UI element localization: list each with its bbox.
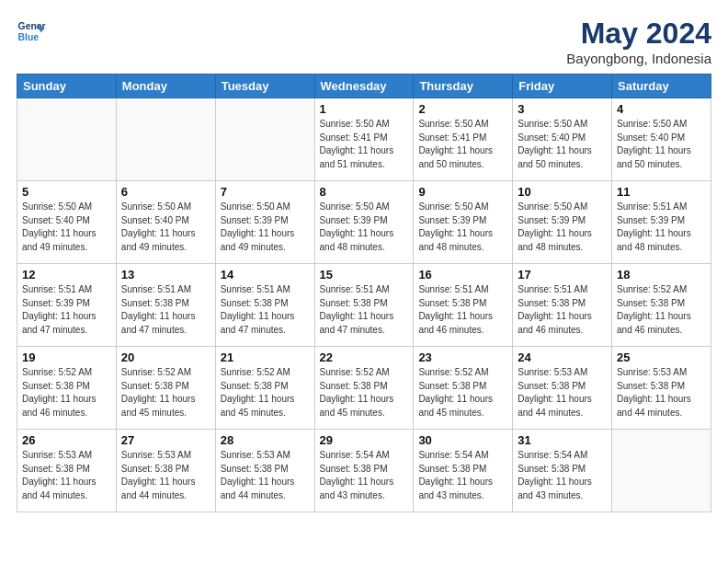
day-cell: 11Sunrise: 5:51 AM Sunset: 5:39 PM Dayli… <box>612 181 711 264</box>
day-cell: 15Sunrise: 5:51 AM Sunset: 5:38 PM Dayli… <box>314 264 414 347</box>
day-cell: 9Sunrise: 5:50 AM Sunset: 5:39 PM Daylig… <box>414 181 513 264</box>
day-info: Sunrise: 5:50 AM Sunset: 5:40 PM Dayligh… <box>22 201 111 254</box>
day-info: Sunrise: 5:50 AM Sunset: 5:41 PM Dayligh… <box>418 118 507 171</box>
day-info: Sunrise: 5:51 AM Sunset: 5:39 PM Dayligh… <box>617 201 706 254</box>
day-info: Sunrise: 5:53 AM Sunset: 5:38 PM Dayligh… <box>617 366 706 419</box>
col-thursday: Thursday <box>414 75 513 98</box>
day-info: Sunrise: 5:54 AM Sunset: 5:38 PM Dayligh… <box>418 449 507 502</box>
day-cell: 30Sunrise: 5:54 AM Sunset: 5:38 PM Dayli… <box>414 430 513 512</box>
week-row-3: 12Sunrise: 5:51 AM Sunset: 5:39 PM Dayli… <box>17 264 711 347</box>
day-info: Sunrise: 5:51 AM Sunset: 5:38 PM Dayligh… <box>518 283 607 337</box>
day-info: Sunrise: 5:50 AM Sunset: 5:39 PM Dayligh… <box>221 201 310 254</box>
day-cell: 3Sunrise: 5:50 AM Sunset: 5:40 PM Daylig… <box>513 98 612 181</box>
logo: General Blue <box>17 17 46 46</box>
page: General Blue May 2024 Bayongbong, Indone… <box>0 0 728 529</box>
day-number: 23 <box>418 350 507 364</box>
day-number: 22 <box>320 350 409 364</box>
day-cell: 7Sunrise: 5:50 AM Sunset: 5:39 PM Daylig… <box>215 181 314 264</box>
day-number: 29 <box>320 433 409 447</box>
day-number: 13 <box>121 268 210 282</box>
day-cell: 13Sunrise: 5:51 AM Sunset: 5:38 PM Dayli… <box>116 264 215 347</box>
day-info: Sunrise: 5:54 AM Sunset: 5:38 PM Dayligh… <box>320 449 409 502</box>
day-number: 10 <box>518 185 607 199</box>
calendar-header-row: Sunday Monday Tuesday Wednesday Thursday… <box>17 75 711 98</box>
week-row-1: 1Sunrise: 5:50 AM Sunset: 5:41 PM Daylig… <box>17 98 711 181</box>
day-info: Sunrise: 5:51 AM Sunset: 5:39 PM Dayligh… <box>22 283 111 337</box>
day-info: Sunrise: 5:51 AM Sunset: 5:38 PM Dayligh… <box>121 283 210 337</box>
day-info: Sunrise: 5:52 AM Sunset: 5:38 PM Dayligh… <box>617 283 706 337</box>
svg-text:Blue: Blue <box>18 32 40 42</box>
day-number: 7 <box>221 185 310 199</box>
day-number: 16 <box>418 268 507 282</box>
day-cell: 1Sunrise: 5:50 AM Sunset: 5:41 PM Daylig… <box>314 98 414 181</box>
day-info: Sunrise: 5:52 AM Sunset: 5:38 PM Dayligh… <box>221 366 310 419</box>
day-number: 15 <box>320 268 409 282</box>
day-number: 21 <box>221 350 310 364</box>
day-number: 12 <box>22 268 111 282</box>
day-number: 1 <box>320 102 409 116</box>
day-info: Sunrise: 5:50 AM Sunset: 5:40 PM Dayligh… <box>617 118 706 171</box>
day-cell: 22Sunrise: 5:52 AM Sunset: 5:38 PM Dayli… <box>314 347 414 430</box>
day-cell: 28Sunrise: 5:53 AM Sunset: 5:38 PM Dayli… <box>215 430 314 512</box>
day-cell <box>215 98 314 181</box>
day-info: Sunrise: 5:52 AM Sunset: 5:38 PM Dayligh… <box>121 366 210 419</box>
day-number: 4 <box>617 102 706 116</box>
day-info: Sunrise: 5:52 AM Sunset: 5:38 PM Dayligh… <box>418 366 507 419</box>
day-number: 31 <box>518 433 607 447</box>
day-cell: 17Sunrise: 5:51 AM Sunset: 5:38 PM Dayli… <box>513 264 612 347</box>
day-info: Sunrise: 5:53 AM Sunset: 5:38 PM Dayligh… <box>22 449 111 502</box>
day-number: 19 <box>22 350 111 364</box>
day-info: Sunrise: 5:50 AM Sunset: 5:40 PM Dayligh… <box>121 201 210 254</box>
day-cell: 5Sunrise: 5:50 AM Sunset: 5:40 PM Daylig… <box>17 181 117 264</box>
day-info: Sunrise: 5:53 AM Sunset: 5:38 PM Dayligh… <box>121 449 210 502</box>
day-cell: 24Sunrise: 5:53 AM Sunset: 5:38 PM Dayli… <box>513 347 612 430</box>
col-wednesday: Wednesday <box>314 75 414 98</box>
day-number: 30 <box>418 433 507 447</box>
day-number: 8 <box>320 185 409 199</box>
day-info: Sunrise: 5:52 AM Sunset: 5:38 PM Dayligh… <box>320 366 409 419</box>
day-info: Sunrise: 5:54 AM Sunset: 5:38 PM Dayligh… <box>518 449 607 502</box>
month-title: May 2024 <box>566 17 711 51</box>
title-block: May 2024 Bayongbong, Indonesia <box>566 17 711 66</box>
week-row-5: 26Sunrise: 5:53 AM Sunset: 5:38 PM Dayli… <box>17 430 711 512</box>
day-info: Sunrise: 5:51 AM Sunset: 5:38 PM Dayligh… <box>221 283 310 337</box>
day-cell: 25Sunrise: 5:53 AM Sunset: 5:38 PM Dayli… <box>612 347 711 430</box>
col-saturday: Saturday <box>612 75 711 98</box>
day-number: 2 <box>418 102 507 116</box>
day-number: 27 <box>121 433 210 447</box>
day-info: Sunrise: 5:53 AM Sunset: 5:38 PM Dayligh… <box>518 366 607 419</box>
day-cell: 21Sunrise: 5:52 AM Sunset: 5:38 PM Dayli… <box>215 347 314 430</box>
calendar: Sunday Monday Tuesday Wednesday Thursday… <box>17 74 711 512</box>
day-cell: 4Sunrise: 5:50 AM Sunset: 5:40 PM Daylig… <box>612 98 711 181</box>
day-cell: 26Sunrise: 5:53 AM Sunset: 5:38 PM Dayli… <box>17 430 117 512</box>
logo-icon: General Blue <box>17 17 46 46</box>
day-number: 25 <box>617 350 706 364</box>
day-info: Sunrise: 5:50 AM Sunset: 5:39 PM Dayligh… <box>418 201 507 254</box>
day-cell: 12Sunrise: 5:51 AM Sunset: 5:39 PM Dayli… <box>17 264 117 347</box>
day-cell: 16Sunrise: 5:51 AM Sunset: 5:38 PM Dayli… <box>414 264 513 347</box>
day-cell <box>116 98 215 181</box>
day-cell: 2Sunrise: 5:50 AM Sunset: 5:41 PM Daylig… <box>414 98 513 181</box>
day-info: Sunrise: 5:50 AM Sunset: 5:41 PM Dayligh… <box>320 118 409 171</box>
day-cell: 8Sunrise: 5:50 AM Sunset: 5:39 PM Daylig… <box>314 181 414 264</box>
col-friday: Friday <box>513 75 612 98</box>
day-number: 24 <box>518 350 607 364</box>
day-number: 28 <box>221 433 310 447</box>
header: General Blue May 2024 Bayongbong, Indone… <box>17 17 711 66</box>
day-number: 20 <box>121 350 210 364</box>
day-number: 26 <box>22 433 111 447</box>
col-monday: Monday <box>116 75 215 98</box>
day-cell <box>612 430 711 512</box>
day-info: Sunrise: 5:52 AM Sunset: 5:38 PM Dayligh… <box>22 366 111 419</box>
day-number: 14 <box>221 268 310 282</box>
day-info: Sunrise: 5:51 AM Sunset: 5:38 PM Dayligh… <box>418 283 507 337</box>
location-title: Bayongbong, Indonesia <box>566 51 711 66</box>
day-info: Sunrise: 5:50 AM Sunset: 5:40 PM Dayligh… <box>518 118 607 171</box>
day-info: Sunrise: 5:50 AM Sunset: 5:39 PM Dayligh… <box>518 201 607 254</box>
day-info: Sunrise: 5:50 AM Sunset: 5:39 PM Dayligh… <box>320 201 409 254</box>
day-cell <box>17 98 117 181</box>
day-number: 11 <box>617 185 706 199</box>
day-cell: 18Sunrise: 5:52 AM Sunset: 5:38 PM Dayli… <box>612 264 711 347</box>
col-sunday: Sunday <box>17 75 117 98</box>
col-tuesday: Tuesday <box>215 75 314 98</box>
